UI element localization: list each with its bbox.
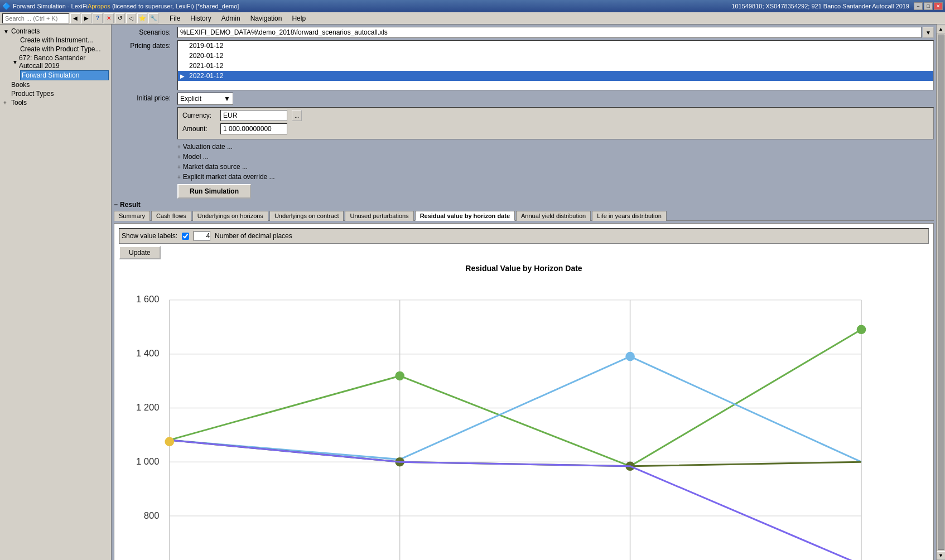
svg-text:1 600: 1 600 — [136, 294, 160, 305]
plus-icon: + — [177, 144, 181, 150]
valuation-date-collapse[interactable]: + Valuation date ... — [177, 142, 934, 152]
refresh-button[interactable]: ↺ — [115, 13, 125, 23]
menu-history[interactable]: History — [186, 13, 215, 23]
tools-button[interactable]: 🔧 — [148, 13, 158, 23]
menu-help[interactable]: Help — [287, 13, 310, 23]
date-row-2[interactable]: 2020-01-12 — [178, 51, 933, 61]
tab-underlyings-horizons[interactable]: Underlyings on horizons — [192, 211, 268, 221]
forward-button[interactable]: ▶ — [81, 13, 91, 23]
scroll-up-btn[interactable]: ▲ — [937, 25, 946, 33]
pricing-dates-label: Pricing dates: — [114, 40, 175, 50]
sidebar-item-product-types[interactable]: Product Types — [2, 89, 109, 98]
tab-residual-value[interactable]: Residual value by horizon date — [415, 211, 515, 221]
minimize-button[interactable]: − — [914, 2, 923, 10]
decimal-places-label: Number of decimal places — [215, 232, 292, 240]
chart-controls: Show value labels: Number of decimal pla… — [119, 228, 929, 244]
date-row-4[interactable]: ▶ 2022-01-12 — [178, 71, 933, 81]
date-row-3[interactable]: 2021-01-12 — [178, 61, 933, 71]
menu-bar: ◀ ▶ ? ✕ ↺ ◁ ⭐ 🔧 File History Admin Navig… — [0, 12, 945, 25]
pricing-dates-row: Pricing dates: 2019-01-12 2020-01-12 202… — [114, 40, 934, 90]
result-section: − Result Summary Cash flows Underlyings … — [114, 201, 934, 560]
valuation-date-row: + Valuation date ... + Model ... + Marke… — [114, 142, 934, 182]
scroll-thumb[interactable] — [938, 35, 944, 550]
content-area: Scenarios: ▼ Pricing dates: 2019-01-12 — [112, 25, 936, 560]
back-button[interactable]: ◀ — [70, 13, 80, 23]
sidebar-item-books[interactable]: Books — [2, 80, 109, 89]
scenarios-input[interactable] — [177, 27, 922, 38]
help-button[interactable]: ? — [93, 13, 103, 23]
svg-text:1 000: 1 000 — [136, 456, 160, 467]
sidebar-item-672[interactable]: ▼ 672: Banco Santander Autocall 2019 — [11, 54, 109, 70]
menu-file[interactable]: File — [165, 13, 185, 23]
sidebar-item-create-product[interactable]: Create with Product Type... — [11, 45, 109, 54]
select-arrow-icon: ▼ — [224, 95, 230, 103]
run-simulation-button[interactable]: Run Simulation — [177, 184, 251, 199]
date-row-1[interactable]: 2019-01-12 — [178, 41, 933, 51]
initial-price-select[interactable]: Explicit ▼ — [177, 93, 233, 105]
sidebar: ▼ Contracts Create with Instrument... Cr… — [0, 25, 112, 560]
result-label: Result — [120, 201, 141, 209]
amount-input[interactable] — [220, 123, 287, 134]
svg-point-21 — [857, 325, 865, 334]
search-input[interactable] — [2, 13, 69, 23]
svg-text:1 400: 1 400 — [136, 348, 160, 359]
sidebar-item-create-instrument[interactable]: Create with Instrument... — [11, 36, 109, 45]
title-bar-info: 101549810; XS0478354292; 921 Banco Santa… — [239, 3, 914, 9]
sidebar-item-contracts[interactable]: ▼ Contracts — [2, 27, 109, 36]
svg-point-20 — [396, 371, 404, 380]
star-button[interactable]: ⭐ — [137, 13, 147, 23]
close-button[interactable]: ✕ — [934, 2, 943, 10]
sidebar-label-tools: Tools — [11, 99, 27, 107]
plus-icon: + — [177, 164, 181, 170]
amount-label: Amount: — [182, 125, 216, 133]
scenarios-row: Scenarios: ▼ — [114, 27, 934, 38]
initial-price-label: Initial price: — [114, 93, 175, 102]
svg-text:800: 800 — [144, 510, 160, 521]
currency-browse-btn[interactable]: ... — [292, 110, 302, 121]
model-collapse[interactable]: + Model ... — [177, 152, 934, 162]
restore-button[interactable]: □ — [924, 2, 933, 10]
menu-navigation[interactable]: Navigation — [246, 13, 287, 23]
result-tabs: Summary Cash flows Underlyings on horizo… — [114, 211, 934, 221]
sidebar-label-contracts: Contracts — [11, 27, 40, 35]
run-simulation-row: Run Simulation — [114, 184, 934, 199]
show-value-labels-checkbox[interactable] — [182, 233, 189, 240]
sidebar-label: Create with Instrument... — [20, 36, 93, 44]
explicit-market-data-collapse[interactable]: + Explicit market data override ... — [177, 172, 934, 182]
scroll-down-btn[interactable]: ▼ — [937, 551, 946, 560]
sidebar-label-books: Books — [11, 81, 30, 89]
sidebar-item-forward-simulation[interactable]: Forward Simulation — [20, 70, 109, 80]
currency-box: Currency: ... Amount: — [177, 107, 934, 139]
tab-annual-yield[interactable]: Annual yield distribution — [516, 211, 591, 221]
sidebar-item-tools[interactable]: + Tools — [2, 98, 109, 107]
update-button[interactable]: Update — [119, 246, 161, 259]
sidebar-label-product-types: Product Types — [11, 90, 54, 98]
scrollbar[interactable]: ▲ ▼ — [936, 25, 945, 560]
tab-summary[interactable]: Summary — [114, 211, 150, 221]
currency-input[interactable] — [220, 110, 287, 121]
svg-text:1 200: 1 200 — [136, 402, 160, 413]
title-bar: 🔷 Forward Simulation - LexiFiApropos (li… — [0, 0, 945, 12]
chart-area: Residual Value by Horizon Date 1 600 1 4… — [119, 264, 929, 560]
date-row-empty[interactable] — [178, 81, 933, 90]
sidebar-label-672: 672: Banco Santander Autocall 2019 — [19, 54, 108, 70]
tab-cash-flows[interactable]: Cash flows — [151, 211, 191, 221]
tab-underlyings-contract[interactable]: Underlyings on contract — [269, 211, 344, 221]
tab-life-years[interactable]: Life in years distribution — [592, 211, 667, 221]
market-data-source-collapse[interactable]: + Market data source ... — [177, 162, 934, 172]
tab-unused-perturbations[interactable]: Unused perturbations — [345, 211, 413, 221]
svg-point-22 — [626, 353, 634, 361]
stop-button[interactable]: ✕ — [104, 13, 114, 23]
bookmark-button[interactable]: ◁ — [126, 13, 136, 23]
chart-container: Show value labels: Number of decimal pla… — [114, 223, 934, 560]
menu-admin[interactable]: Admin — [217, 13, 245, 23]
currency-label: Currency: — [182, 112, 216, 119]
currency-row: Currency: ... Amount: — [114, 107, 934, 139]
decimal-places-input[interactable] — [194, 231, 210, 241]
expand-icon: ▼ — [3, 28, 10, 35]
expand-icon: ▼ — [12, 59, 18, 65]
chart-title: Residual Value by Horizon Date — [119, 264, 929, 273]
scenarios-dropdown-btn[interactable]: ▼ — [923, 27, 934, 38]
result-collapse-icon[interactable]: − — [114, 201, 118, 209]
date-expand: ▶ — [180, 73, 189, 79]
